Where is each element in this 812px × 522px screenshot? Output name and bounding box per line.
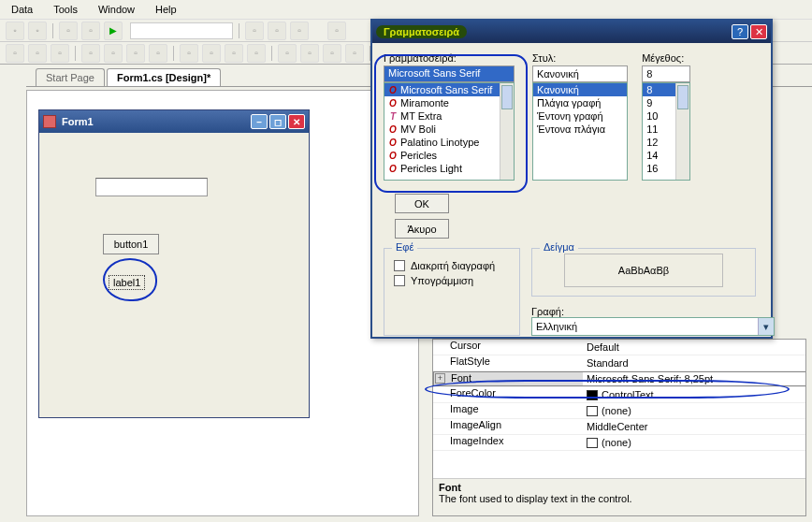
- scroll-thumb[interactable]: [677, 85, 689, 109]
- menu-help[interactable]: Help: [152, 2, 181, 17]
- maximize-button[interactable]: ◻: [269, 114, 286, 129]
- scroll-thumb[interactable]: [501, 85, 513, 109]
- layout-icon[interactable]: ▫: [6, 44, 24, 63]
- tb-btn-c[interactable]: ▫: [290, 22, 309, 40]
- layout-icon[interactable]: ▫: [126, 44, 145, 63]
- image-swatch: [587, 406, 598, 416]
- prop-value[interactable]: (none): [583, 435, 805, 450]
- cancel-button[interactable]: Άκυρο: [395, 219, 449, 239]
- script-value: Ελληνική: [536, 321, 577, 332]
- font-item[interactable]: TMT Extra: [384, 109, 514, 123]
- prop-row-flatstyle[interactable]: FlatStyle Standard: [433, 355, 805, 371]
- style-label: Στυλ:: [532, 52, 633, 64]
- font-item[interactable]: OPalatino Linotype: [384, 136, 514, 149]
- layout-icon[interactable]: ▫: [149, 44, 167, 63]
- prop-row-image[interactable]: Image (none): [433, 403, 805, 419]
- prop-value[interactable]: Standard: [583, 355, 805, 370]
- font-type-icon: O: [388, 124, 398, 134]
- underline-checkbox[interactable]: Υπογράμμιση: [394, 275, 510, 286]
- dialog-titlebar[interactable]: Γραμματοσειρά ? ✕: [372, 21, 771, 43]
- tb-new-icon[interactable]: ▫: [59, 22, 78, 40]
- font-name-input[interactable]: Microsoft Sans Serif: [384, 65, 515, 82]
- style-item[interactable]: Έντονη γραφή: [533, 109, 627, 123]
- tab-start-page[interactable]: Start Page: [36, 68, 105, 86]
- design-surface[interactable]: Form1 – ◻ ✕ button1 label1: [26, 90, 419, 516]
- font-dialog: Γραμματοσειρά ? ✕ Γραμματοσειρά: Microso…: [370, 19, 773, 339]
- prop-row-cursor[interactable]: Cursor Default: [433, 340, 805, 355]
- style-input[interactable]: [532, 65, 628, 82]
- menu-window[interactable]: Window: [94, 2, 138, 17]
- font-item[interactable]: OPericles: [384, 149, 514, 162]
- close-button[interactable]: ✕: [288, 114, 305, 129]
- tb-btn-a[interactable]: ▫: [245, 22, 264, 40]
- layout-icon[interactable]: ▫: [247, 44, 266, 63]
- layout-icon[interactable]: ▫: [300, 44, 319, 63]
- font-type-icon: T: [388, 111, 398, 121]
- prop-value[interactable]: Default: [583, 340, 805, 355]
- textbox1[interactable]: [95, 178, 208, 196]
- tb-btn-b[interactable]: ▫: [268, 22, 286, 40]
- dialog-help-button[interactable]: ?: [732, 24, 748, 39]
- layout-icon[interactable]: ▫: [28, 44, 47, 63]
- checkbox-icon: [394, 260, 405, 271]
- dialog-close-button[interactable]: ✕: [750, 24, 767, 39]
- sample-box: AaBbΑαΒβ: [564, 254, 723, 287]
- prop-value[interactable]: MiddleCenter: [583, 419, 805, 434]
- layout-icon[interactable]: ▫: [225, 44, 243, 63]
- tb-back-icon[interactable]: ◦: [6, 22, 24, 40]
- minimize-button[interactable]: –: [251, 114, 268, 129]
- ok-button[interactable]: OK: [395, 194, 449, 213]
- button1[interactable]: button1: [103, 234, 159, 254]
- layout-icon[interactable]: ▫: [180, 44, 198, 63]
- layout-icon[interactable]: ▫: [104, 44, 123, 63]
- style-item[interactable]: Έντονα πλάγια: [533, 123, 627, 136]
- layout-icon[interactable]: ▫: [323, 44, 341, 63]
- layout-icon[interactable]: ▫: [345, 44, 364, 63]
- scrollbar[interactable]: [500, 83, 514, 180]
- scrollbar[interactable]: [675, 83, 689, 180]
- form-icon: [43, 115, 56, 128]
- layout-icon[interactable]: ▫: [51, 44, 69, 63]
- prop-row-forecolor[interactable]: ForeColor ControlText: [433, 387, 805, 403]
- size-input[interactable]: [642, 65, 690, 82]
- tb-save-icon[interactable]: ▫: [81, 22, 100, 40]
- tb-btn-d[interactable]: ▫: [327, 22, 346, 40]
- style-item[interactable]: Πλάγια γραφή: [533, 96, 627, 109]
- prop-value[interactable]: ControlText: [583, 387, 805, 402]
- menu-data[interactable]: Data: [7, 2, 36, 17]
- label1[interactable]: label1: [109, 275, 145, 290]
- prop-row-imagealign[interactable]: ImageAlign MiddleCenter: [433, 419, 805, 435]
- prop-desc-title: Font: [439, 482, 800, 493]
- tb-fwd-icon[interactable]: ◦: [28, 22, 47, 40]
- style-list[interactable]: Κανονική Πλάγια γραφή Έντονη γραφή Έντον…: [532, 82, 628, 181]
- font-item[interactable]: OMiramonte: [384, 96, 514, 109]
- layout-icon[interactable]: ▫: [278, 44, 297, 63]
- form-window[interactable]: Form1 – ◻ ✕ button1 label1: [38, 109, 310, 418]
- menu-tools[interactable]: Tools: [50, 2, 81, 17]
- sample-text: AaBbΑαΒβ: [618, 265, 669, 276]
- layout-icon[interactable]: ▫: [81, 44, 100, 63]
- image-swatch: [587, 438, 598, 448]
- font-item[interactable]: OMicrosoft Sans Serif: [384, 83, 514, 96]
- style-item[interactable]: Κανονική: [533, 83, 627, 96]
- prop-value[interactable]: (none): [583, 403, 805, 418]
- property-grid[interactable]: Cursor Default FlatStyle Standard + Font…: [432, 339, 806, 516]
- expand-icon[interactable]: +: [435, 373, 445, 384]
- prop-row-imageindex[interactable]: ImageIndex (none): [433, 435, 805, 451]
- chevron-down-icon[interactable]: ▾: [758, 318, 774, 335]
- font-item[interactable]: OMV Boli: [384, 123, 514, 136]
- font-list[interactable]: OMicrosoft Sans Serif OMiramonte TMT Ext…: [384, 82, 515, 181]
- tb-run-icon[interactable]: ▶: [104, 22, 123, 40]
- prop-value[interactable]: Microsoft Sans Serif; 8,25pt: [583, 371, 805, 386]
- strikethrough-checkbox[interactable]: Διακριτή διαγραφή: [394, 260, 510, 271]
- form-titlebar[interactable]: Form1 – ◻ ✕: [39, 110, 309, 133]
- tb-sep: [75, 46, 76, 61]
- tab-form-design[interactable]: Form1.cs [Design]*: [107, 68, 221, 86]
- prop-name: ForeColor: [433, 387, 583, 402]
- layout-icon[interactable]: ▫: [202, 44, 221, 63]
- size-list[interactable]: 8 9 10 11 12 14 16: [642, 82, 690, 181]
- tb-combo[interactable]: [130, 22, 233, 39]
- font-item[interactable]: OPericles Light: [384, 162, 514, 175]
- script-combo[interactable]: Ελληνική ▾: [531, 317, 775, 336]
- prop-row-font[interactable]: + Font Microsoft Sans Serif; 8,25pt: [433, 371, 805, 387]
